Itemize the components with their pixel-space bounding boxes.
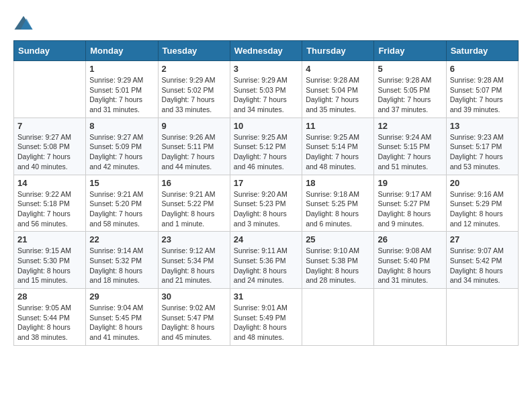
calendar-cell: 16Sunrise: 9:21 AMSunset: 5:22 PMDayligh…: [158, 175, 230, 232]
cell-info: Sunrise: 9:15 AMSunset: 5:30 PMDaylight:…: [17, 246, 82, 285]
cell-info: Sunrise: 9:23 AMSunset: 5:17 PMDaylight:…: [450, 132, 515, 172]
day-number: 31: [234, 291, 298, 302]
calendar-cell: 5Sunrise: 9:28 AMSunset: 5:05 PMDaylight…: [374, 61, 446, 118]
day-number: 9: [162, 121, 226, 131]
day-number: 23: [162, 234, 226, 244]
calendar-cell: 29Sunrise: 9:04 AMSunset: 5:45 PMDayligh…: [86, 289, 158, 346]
cell-info: Sunrise: 9:21 AMSunset: 5:22 PMDaylight:…: [162, 189, 226, 229]
calendar-cell: 6Sunrise: 9:28 AMSunset: 5:07 PMDaylight…: [446, 61, 518, 118]
day-number: 1: [89, 64, 154, 74]
day-header-tuesday: Tuesday: [158, 41, 230, 61]
day-number: 12: [378, 121, 442, 131]
cell-info: Sunrise: 9:29 AMSunset: 5:03 PMDaylight:…: [234, 75, 298, 115]
calendar-cell: [446, 289, 518, 346]
cell-info: Sunrise: 9:29 AMSunset: 5:01 PMDaylight:…: [89, 75, 154, 115]
calendar-cell: 2Sunrise: 9:29 AMSunset: 5:02 PMDaylight…: [158, 61, 230, 118]
cell-info: Sunrise: 9:26 AMSunset: 5:11 PMDaylight:…: [162, 132, 226, 172]
calendar-cell: 1Sunrise: 9:29 AMSunset: 5:01 PMDaylight…: [86, 61, 158, 118]
calendar-cell: 15Sunrise: 9:21 AMSunset: 5:20 PMDayligh…: [86, 175, 158, 232]
cell-info: Sunrise: 9:20 AMSunset: 5:23 PMDaylight:…: [234, 189, 298, 229]
day-number: 2: [162, 64, 226, 74]
day-number: 24: [234, 234, 298, 244]
day-header-wednesday: Wednesday: [230, 41, 302, 61]
calendar-cell: 12Sunrise: 9:24 AMSunset: 5:15 PMDayligh…: [374, 118, 446, 175]
calendar-cell: 14Sunrise: 9:22 AMSunset: 5:18 PMDayligh…: [14, 175, 86, 232]
cell-info: Sunrise: 9:21 AMSunset: 5:20 PMDaylight:…: [89, 189, 154, 229]
day-number: 18: [306, 178, 370, 188]
page-header: [13, 13, 519, 34]
week-row-5: 28Sunrise: 9:05 AMSunset: 5:44 PMDayligh…: [14, 289, 519, 346]
week-row-2: 7Sunrise: 9:27 AMSunset: 5:08 PMDaylight…: [14, 118, 519, 175]
cell-info: Sunrise: 9:25 AMSunset: 5:12 PMDaylight:…: [234, 132, 298, 172]
calendar-cell: 3Sunrise: 9:29 AMSunset: 5:03 PMDaylight…: [230, 61, 302, 118]
calendar-cell: 13Sunrise: 9:23 AMSunset: 5:17 PMDayligh…: [446, 118, 518, 175]
cell-info: Sunrise: 9:04 AMSunset: 5:45 PMDaylight:…: [89, 303, 154, 342]
day-header-saturday: Saturday: [446, 41, 518, 61]
cell-info: Sunrise: 9:07 AMSunset: 5:42 PMDaylight:…: [450, 246, 515, 285]
calendar-cell: 27Sunrise: 9:07 AMSunset: 5:42 PMDayligh…: [446, 232, 518, 289]
day-number: 21: [17, 234, 82, 244]
cell-info: Sunrise: 9:18 AMSunset: 5:25 PMDaylight:…: [306, 189, 370, 229]
day-number: 4: [306, 64, 370, 74]
calendar-cell: 21Sunrise: 9:15 AMSunset: 5:30 PMDayligh…: [14, 232, 86, 289]
calendar-header-row: SundayMondayTuesdayWednesdayThursdayFrid…: [14, 41, 519, 61]
cell-info: Sunrise: 9:08 AMSunset: 5:40 PMDaylight:…: [378, 246, 442, 285]
cell-info: Sunrise: 9:27 AMSunset: 5:08 PMDaylight:…: [17, 132, 82, 172]
logo-icon: [13, 13, 34, 34]
day-number: 6: [450, 64, 515, 74]
cell-info: Sunrise: 9:11 AMSunset: 5:36 PMDaylight:…: [234, 246, 298, 285]
day-number: 8: [89, 121, 154, 131]
cell-info: Sunrise: 9:22 AMSunset: 5:18 PMDaylight:…: [17, 189, 82, 229]
cell-info: Sunrise: 9:14 AMSunset: 5:32 PMDaylight:…: [89, 246, 154, 285]
day-number: 5: [378, 64, 442, 74]
cell-info: Sunrise: 9:10 AMSunset: 5:38 PMDaylight:…: [306, 246, 370, 285]
calendar-cell: 11Sunrise: 9:25 AMSunset: 5:14 PMDayligh…: [302, 118, 374, 175]
cell-info: Sunrise: 9:01 AMSunset: 5:49 PMDaylight:…: [234, 303, 298, 342]
calendar-cell: 18Sunrise: 9:18 AMSunset: 5:25 PMDayligh…: [302, 175, 374, 232]
day-number: 30: [162, 291, 226, 302]
cell-info: Sunrise: 9:17 AMSunset: 5:27 PMDaylight:…: [378, 189, 442, 229]
week-row-3: 14Sunrise: 9:22 AMSunset: 5:18 PMDayligh…: [14, 175, 519, 232]
cell-info: Sunrise: 9:29 AMSunset: 5:02 PMDaylight:…: [162, 75, 226, 115]
calendar-cell: 25Sunrise: 9:10 AMSunset: 5:38 PMDayligh…: [302, 232, 374, 289]
day-number: 20: [450, 178, 515, 188]
cell-info: Sunrise: 9:25 AMSunset: 5:14 PMDaylight:…: [306, 132, 370, 172]
week-row-4: 21Sunrise: 9:15 AMSunset: 5:30 PMDayligh…: [14, 232, 519, 289]
cell-info: Sunrise: 9:12 AMSunset: 5:34 PMDaylight:…: [162, 246, 226, 285]
day-number: 11: [306, 121, 370, 131]
calendar-cell: 17Sunrise: 9:20 AMSunset: 5:23 PMDayligh…: [230, 175, 302, 232]
day-number: 14: [17, 178, 82, 188]
calendar-cell: 30Sunrise: 9:02 AMSunset: 5:47 PMDayligh…: [158, 289, 230, 346]
day-number: 13: [450, 121, 515, 131]
cell-info: Sunrise: 9:02 AMSunset: 5:47 PMDaylight:…: [162, 303, 226, 342]
calendar-cell: [374, 289, 446, 346]
calendar-cell: 9Sunrise: 9:26 AMSunset: 5:11 PMDaylight…: [158, 118, 230, 175]
calendar-cell: 7Sunrise: 9:27 AMSunset: 5:08 PMDaylight…: [14, 118, 86, 175]
day-number: 19: [378, 178, 442, 188]
week-row-1: 1Sunrise: 9:29 AMSunset: 5:01 PMDaylight…: [14, 61, 519, 118]
cell-info: Sunrise: 9:27 AMSunset: 5:09 PMDaylight:…: [89, 132, 154, 172]
day-header-sunday: Sunday: [14, 41, 86, 61]
calendar-cell: 19Sunrise: 9:17 AMSunset: 5:27 PMDayligh…: [374, 175, 446, 232]
logo: [13, 13, 36, 34]
calendar-cell: 24Sunrise: 9:11 AMSunset: 5:36 PMDayligh…: [230, 232, 302, 289]
cell-info: Sunrise: 9:24 AMSunset: 5:15 PMDaylight:…: [378, 132, 442, 172]
day-number: 27: [450, 234, 515, 244]
day-number: 7: [17, 121, 82, 131]
day-number: 25: [306, 234, 370, 244]
calendar-cell: 4Sunrise: 9:28 AMSunset: 5:04 PMDaylight…: [302, 61, 374, 118]
day-header-friday: Friday: [374, 41, 446, 61]
calendar-cell: 31Sunrise: 9:01 AMSunset: 5:49 PMDayligh…: [230, 289, 302, 346]
cell-info: Sunrise: 9:05 AMSunset: 5:44 PMDaylight:…: [17, 303, 82, 342]
calendar-cell: 20Sunrise: 9:16 AMSunset: 5:29 PMDayligh…: [446, 175, 518, 232]
calendar-cell: 22Sunrise: 9:14 AMSunset: 5:32 PMDayligh…: [86, 232, 158, 289]
day-number: 3: [234, 64, 298, 74]
calendar-table: SundayMondayTuesdayWednesdayThursdayFrid…: [13, 40, 519, 346]
day-number: 22: [89, 234, 154, 244]
day-header-thursday: Thursday: [302, 41, 374, 61]
day-number: 29: [89, 291, 154, 302]
day-number: 16: [162, 178, 226, 188]
calendar-cell: 23Sunrise: 9:12 AMSunset: 5:34 PMDayligh…: [158, 232, 230, 289]
day-number: 26: [378, 234, 442, 244]
calendar-cell: 8Sunrise: 9:27 AMSunset: 5:09 PMDaylight…: [86, 118, 158, 175]
